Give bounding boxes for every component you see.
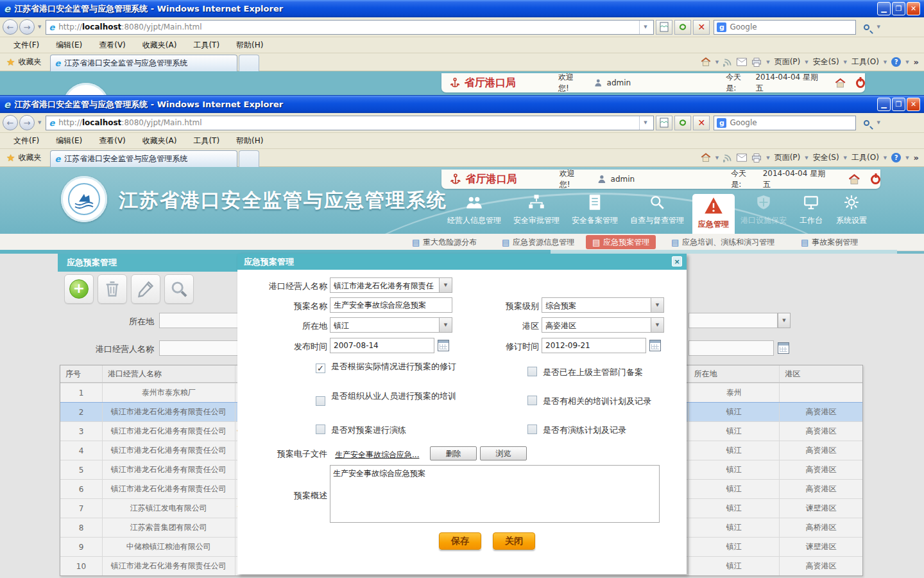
checkbox-drill-records[interactable] <box>527 425 537 434</box>
menu-tools[interactable]: 工具(T) <box>185 134 228 148</box>
calendar-icon[interactable] <box>778 342 789 354</box>
command-page[interactable]: 页面(P) <box>774 152 801 163</box>
print-dropdown-icon[interactable]: ▼ <box>766 155 769 161</box>
url-field[interactable]: e http://localhost:8080/yjpt/Main.html ▼ <box>46 20 654 35</box>
search-input[interactable] <box>730 22 853 31</box>
stop-button[interactable]: ✕ <box>693 20 710 35</box>
logout-icon[interactable] <box>856 78 865 88</box>
calendar-icon[interactable] <box>649 340 661 351</box>
favorites-label[interactable]: 收藏夹 <box>18 57 41 67</box>
browser-tab[interactable]: e 江苏省港口安全监管与应急管理系统 <box>50 55 237 71</box>
home-dropdown-icon[interactable]: ▼ <box>715 60 719 65</box>
menu-tools[interactable]: 工具(T) <box>185 38 228 53</box>
browse-file-button[interactable]: 浏览 <box>480 446 527 460</box>
publish-date-input[interactable]: 2007-08-14 <box>330 338 434 353</box>
print-icon[interactable] <box>751 58 762 67</box>
menu-edit[interactable]: 编辑(E) <box>47 38 90 53</box>
history-dropdown-icon[interactable]: ▼ <box>38 24 41 30</box>
submenu-item-plan-management[interactable]: ▤应急预案管理 <box>586 235 656 249</box>
minimize-button[interactable]: ▁ <box>877 98 891 111</box>
nav-item-settings[interactable]: 系统设置 <box>822 194 881 234</box>
new-tab-stub[interactable] <box>239 150 259 167</box>
add-button[interactable]: + <box>64 274 94 304</box>
search-box[interactable]: g <box>714 20 856 35</box>
compatibility-view-button[interactable] <box>656 116 672 130</box>
chevron-down-icon[interactable]: ▼ <box>439 278 452 292</box>
home-shortcut-icon[interactable] <box>835 78 846 89</box>
refresh-button[interactable] <box>674 20 691 35</box>
back-button[interactable]: ← <box>3 19 18 35</box>
operator-select[interactable]: 镇江市港龙石化港务有限责任 ▼ <box>330 277 452 293</box>
checkbox-drilled[interactable] <box>316 425 325 434</box>
close-button[interactable]: ✕ <box>907 2 920 15</box>
search-go-icon[interactable] <box>858 20 875 35</box>
print-icon[interactable] <box>751 153 762 162</box>
close-dialog-button[interactable]: 关闭 <box>493 532 535 550</box>
submenu-item-resource-info[interactable]: ▤应急资源信息管理 <box>495 235 581 249</box>
search-go-icon[interactable] <box>858 116 875 130</box>
nav-item-safety-filing[interactable]: 安全备案管理 <box>565 194 624 234</box>
nav-item-inspection[interactable]: 应急管理 自查与督查管理 <box>628 194 687 234</box>
rss-icon[interactable] <box>723 153 732 162</box>
checkbox-trained[interactable] <box>316 396 325 406</box>
home-dropdown-icon[interactable]: ▼ <box>715 155 719 161</box>
search-row-button[interactable] <box>164 274 194 304</box>
menu-file[interactable]: 文件(F) <box>5 38 47 53</box>
nav-item-safety-approval[interactable]: 安全审批管理 <box>507 194 566 234</box>
refresh-button[interactable] <box>674 116 691 130</box>
overflow-chevron-icon[interactable]: » <box>914 57 919 67</box>
home-shortcut-icon[interactable] <box>848 174 860 185</box>
help-icon[interactable]: ? <box>891 153 901 162</box>
checkbox-training-records[interactable] <box>527 396 537 405</box>
command-tools[interactable]: 工具(O) <box>851 57 879 67</box>
search-options-icon[interactable]: ▼ <box>877 24 880 30</box>
command-security[interactable]: 安全(S) <box>813 57 839 67</box>
home-icon[interactable] <box>701 57 711 67</box>
checkbox-filed[interactable] <box>527 367 537 376</box>
summary-textarea[interactable]: 生产安全事故综合应急预案 <box>330 465 660 523</box>
calendar-icon[interactable] <box>438 340 449 351</box>
chevron-down-icon[interactable]: ▼ <box>651 298 663 312</box>
filter-area-input[interactable] <box>689 313 778 328</box>
back-button[interactable]: ← <box>3 115 18 130</box>
forward-button[interactable]: → <box>19 19 35 35</box>
logout-icon[interactable] <box>871 175 880 184</box>
mail-icon[interactable] <box>737 58 747 66</box>
checkbox-revised[interactable]: ✓ <box>316 363 325 373</box>
area-select[interactable]: 高姿港区 ▼ <box>542 317 664 333</box>
search-box[interactable]: g <box>714 116 856 130</box>
chevron-down-icon[interactable]: ▼ <box>651 318 663 332</box>
url-dropdown-icon[interactable]: ▼ <box>639 116 651 130</box>
delete-row-button[interactable] <box>98 274 127 304</box>
close-button[interactable]: ✕ <box>907 98 920 111</box>
overflow-chevron-icon[interactable]: » <box>914 153 919 162</box>
favorites-star-icon[interactable]: ★ <box>6 152 15 164</box>
title-bar[interactable]: e 江苏省港口安全监管与应急管理系统 - Windows Internet Ex… <box>0 0 924 17</box>
restore-button[interactable]: ❐ <box>892 2 905 15</box>
title-bar[interactable]: e 江苏省港口安全监管与应急管理系统 - Windows Internet Ex… <box>0 96 924 113</box>
menu-favorites[interactable]: 收藏夹(A) <box>134 38 185 53</box>
command-page[interactable]: 页面(P) <box>774 57 801 67</box>
dialog-close-icon[interactable]: × <box>672 256 682 267</box>
revise-date-input[interactable]: 2012-09-21 <box>542 338 646 353</box>
menu-favorites[interactable]: 收藏夹(A) <box>134 134 185 148</box>
menu-file[interactable]: 文件(F) <box>5 134 47 148</box>
file-link[interactable]: 生产安全事故综合应急... <box>335 450 419 460</box>
delete-file-button[interactable]: 删除 <box>430 446 477 460</box>
submenu-item-case-management[interactable]: ▤事故案例管理 <box>794 235 864 249</box>
command-security[interactable]: 安全(S) <box>813 152 839 163</box>
favorites-star-icon[interactable]: ★ <box>6 57 15 68</box>
minimize-button[interactable]: ▁ <box>877 2 891 15</box>
menu-help[interactable]: 帮助(H) <box>228 134 271 148</box>
forward-button[interactable]: → <box>19 115 35 130</box>
submenu-item-training[interactable]: ▤应急培训、演练和演习管理 <box>665 235 781 249</box>
menu-view[interactable]: 查看(V) <box>90 38 134 53</box>
home-icon[interactable] <box>701 153 711 162</box>
url-dropdown-icon[interactable]: ▼ <box>639 21 651 34</box>
menu-edit[interactable]: 编辑(E) <box>47 134 90 148</box>
nav-item-operator-info[interactable]: 经营人信息管理 <box>445 194 504 234</box>
menu-view[interactable]: 查看(V) <box>90 134 134 148</box>
browser-tab[interactable]: e 江苏省港口安全监管与应急管理系统 <box>50 150 237 167</box>
nav-item-emergency[interactable]: 应急管理 <box>692 194 735 234</box>
submenu-item-hazard-map[interactable]: ▤重大危险源分布 <box>406 235 483 249</box>
